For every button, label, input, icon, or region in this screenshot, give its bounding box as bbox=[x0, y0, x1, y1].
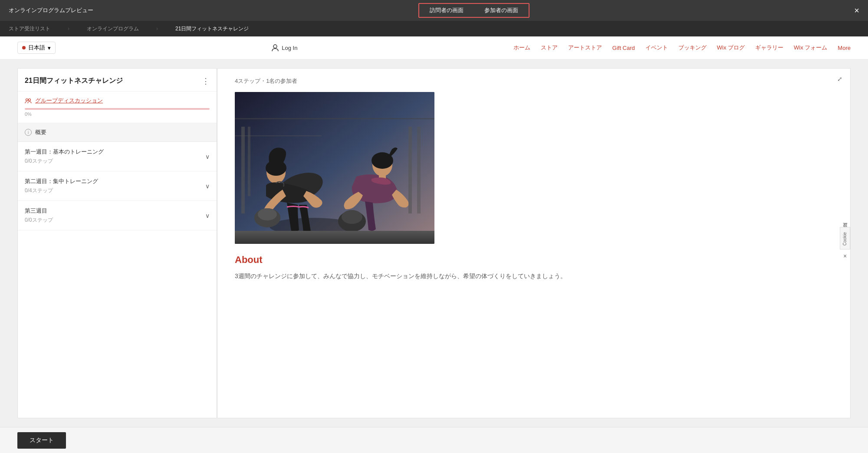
svg-rect-4 bbox=[235, 118, 434, 119]
cookie-close-button[interactable]: × bbox=[843, 253, 847, 259]
week-section-3: 第三週目 0/0ステップ ∨ bbox=[18, 201, 217, 230]
svg-point-2 bbox=[29, 99, 31, 101]
svg-point-0 bbox=[273, 45, 277, 48]
progress-label: 0% bbox=[25, 112, 32, 117]
modal-title: オンラインプログラムプレビュー bbox=[9, 7, 93, 14]
nav-gallery[interactable]: ギャラリー bbox=[755, 44, 783, 52]
bottom-bar: スタート bbox=[0, 427, 868, 453]
step-info: 4ステップ・1名の参加者 bbox=[235, 77, 833, 85]
content-area: 日本語 ▾ Log In ホーム ストア アートストア Gift Card bbox=[0, 36, 868, 453]
right-panel-content: 4ステップ・1名の参加者 bbox=[217, 69, 850, 418]
week-1-steps: 0/0ステップ bbox=[25, 158, 104, 165]
language-selector[interactable]: 日本語 ▾ bbox=[17, 42, 56, 54]
group-icon bbox=[25, 97, 32, 104]
chevron-down-icon-2: ∨ bbox=[205, 183, 210, 190]
svg-point-1 bbox=[26, 99, 28, 101]
week-1-header[interactable]: 第一週目：基本のトレーニング 0/0ステップ ∨ bbox=[25, 148, 210, 165]
visitor-tab[interactable]: 訪問者の画面 bbox=[419, 4, 474, 17]
program-title: 21日間フィットネスチャレンジ bbox=[25, 76, 123, 85]
nav-art-store[interactable]: アートストア bbox=[568, 44, 602, 52]
lang-chevron-icon: ▾ bbox=[48, 45, 51, 51]
nav-gift-card[interactable]: Gift Card bbox=[612, 45, 635, 51]
start-button[interactable]: スタート bbox=[17, 432, 66, 449]
sub-nav-arrow2: › bbox=[156, 26, 158, 32]
overview-section[interactable]: i 概要 bbox=[18, 123, 217, 142]
nav-event[interactable]: イベント bbox=[645, 44, 668, 52]
program-header: 21日間フィットネスチャレンジ ⋮ bbox=[18, 69, 217, 92]
week-2-steps: 0/4ステップ bbox=[25, 187, 98, 194]
svg-point-12 bbox=[258, 208, 277, 220]
nav-wix-form[interactable]: Wix フォーム bbox=[794, 44, 827, 52]
menu-dots-button[interactable]: ⋮ bbox=[202, 76, 210, 86]
group-discussion-label: グループディスカッション bbox=[35, 97, 103, 105]
nav-home[interactable]: ホーム bbox=[513, 44, 530, 52]
svg-rect-19 bbox=[417, 127, 421, 213]
info-icon: i bbox=[25, 129, 32, 136]
week-3-header[interactable]: 第三週目 0/0ステップ ∨ bbox=[25, 207, 210, 224]
svg-rect-21 bbox=[248, 127, 250, 196]
right-panel: ⤢ 4ステップ・1名の参加者 bbox=[217, 68, 851, 418]
nav-booking[interactable]: ブッキング bbox=[678, 44, 707, 52]
sub-nav-store-list[interactable]: ストア受注リスト bbox=[9, 25, 50, 33]
week-2-header[interactable]: 第二週目：集中トレーニング 0/4ステップ ∨ bbox=[25, 177, 210, 194]
svg-point-17 bbox=[342, 210, 362, 224]
fitness-photo-svg bbox=[235, 92, 434, 244]
group-discussion-section: グループディスカッション 0% bbox=[18, 92, 217, 123]
cookie-widget: Cookie 設定 × bbox=[840, 227, 850, 260]
site-header: 日本語 ▾ Log In ホーム ストア アートストア Gift Card bbox=[0, 36, 868, 59]
nav-wix-blog[interactable]: Wix ブログ bbox=[717, 44, 745, 52]
sub-navbar: ストア受注リスト › オンラインプログラム › 21日間フィットネスチャレンジ bbox=[0, 21, 868, 36]
page-body: 21日間フィットネスチャレンジ ⋮ グループディスカッション bbox=[0, 59, 868, 427]
fitness-image bbox=[235, 92, 434, 244]
week-3-steps: 0/0ステップ bbox=[25, 217, 53, 224]
chevron-down-icon: ∨ bbox=[205, 153, 210, 160]
svg-rect-18 bbox=[408, 127, 412, 213]
lang-label: 日本語 bbox=[28, 44, 45, 52]
week-2-title: 第二週目：集中トレーニング bbox=[25, 177, 98, 185]
about-text: 3週間のチャレンジに参加して、みんなで協力し、モチベーションを維持しながら、希望… bbox=[235, 271, 833, 282]
modal-close-button[interactable]: × bbox=[854, 6, 859, 15]
expand-button[interactable]: ⤢ bbox=[835, 74, 845, 84]
login-label: Log In bbox=[282, 45, 297, 51]
sub-nav-challenge[interactable]: 21日間フィットネスチャレンジ bbox=[175, 25, 249, 33]
progress-bar bbox=[25, 108, 210, 110]
svg-rect-20 bbox=[241, 127, 245, 213]
about-title: About bbox=[235, 254, 833, 266]
nav-more[interactable]: More bbox=[838, 45, 851, 51]
week-section-2: 第二週目：集中トレーニング 0/4ステップ ∨ bbox=[18, 171, 217, 201]
group-discussion-link[interactable]: グループディスカッション bbox=[25, 97, 210, 105]
participant-tab[interactable]: 参加者の画面 bbox=[474, 4, 529, 17]
week-3-title: 第三週目 bbox=[25, 207, 53, 215]
left-panel: 21日間フィットネスチャレンジ ⋮ グループディスカッション bbox=[17, 68, 217, 418]
site-navigation: ホーム ストア アートストア Gift Card イベント ブッキング Wix … bbox=[513, 44, 851, 52]
week-section-1: 第一週目：基本のトレーニング 0/0ステップ ∨ bbox=[18, 142, 217, 171]
sub-nav-arrow: › bbox=[68, 26, 69, 32]
cookie-settings-label[interactable]: Cookie 設定 bbox=[840, 227, 850, 249]
view-tabs: 訪問者の画面 参加者の画面 bbox=[418, 3, 529, 18]
modal-topbar: オンラインプログラムプレビュー 訪問者の画面 参加者の画面 × bbox=[0, 0, 868, 21]
overview-label: 概要 bbox=[35, 128, 46, 136]
login-button[interactable]: Log In bbox=[271, 44, 297, 52]
week-1-title: 第一週目：基本のトレーニング bbox=[25, 148, 104, 156]
sub-nav-online-program[interactable]: オンラインプログラム bbox=[87, 25, 139, 33]
user-icon bbox=[271, 44, 279, 52]
chevron-down-icon-3: ∨ bbox=[205, 212, 210, 219]
lang-dot bbox=[22, 46, 26, 49]
nav-store[interactable]: ストア bbox=[541, 44, 558, 52]
svg-rect-22 bbox=[235, 231, 434, 244]
